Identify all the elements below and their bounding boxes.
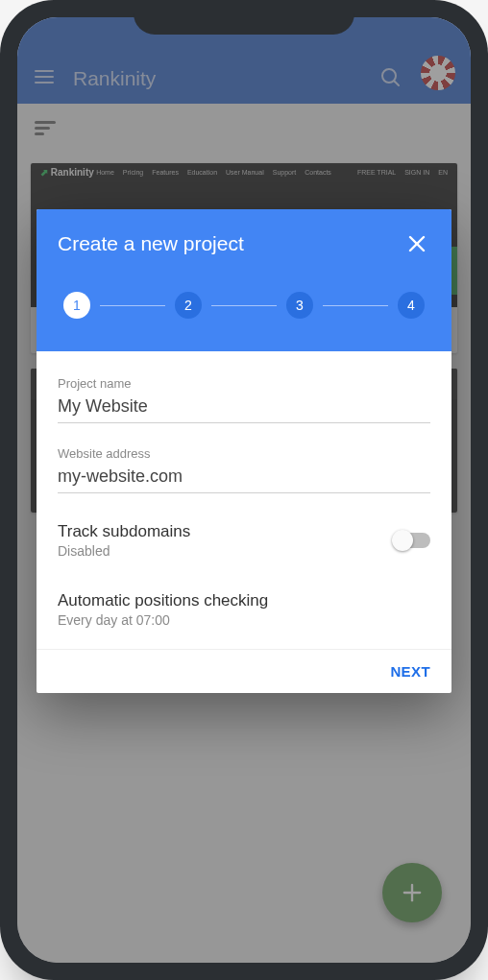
screen: Rankinity Rankinity Home Pricing Feature… [17, 17, 471, 963]
next-button[interactable]: NEXT [390, 663, 430, 680]
create-project-dialog: Create a new project 1 2 3 4 Pr [37, 209, 451, 693]
track-subdomains-title: Track subdomains [58, 522, 190, 541]
dialog-header: Create a new project 1 2 3 4 [37, 209, 451, 351]
phone-frame: Rankinity Rankinity Home Pricing Feature… [0, 0, 488, 980]
track-subdomains-status: Disabled [58, 543, 190, 559]
step-2[interactable]: 2 [175, 292, 202, 319]
dialog-close-button[interactable] [403, 230, 430, 257]
step-connector [100, 305, 165, 306]
project-name-input[interactable] [58, 394, 430, 423]
step-connector [323, 305, 388, 306]
close-icon [405, 232, 428, 255]
stepper: 1 2 3 4 [58, 292, 430, 319]
step-1[interactable]: 1 [63, 292, 90, 319]
project-name-label: Project name [58, 376, 430, 391]
step-3[interactable]: 3 [286, 292, 313, 319]
step-connector [211, 305, 277, 306]
website-address-field: Website address [58, 446, 430, 493]
dialog-body: Project name Website address Track subdo… [37, 351, 451, 649]
auto-check-title: Automatic positions checking [58, 591, 430, 610]
website-address-input[interactable] [58, 465, 430, 493]
dialog-title: Create a new project [58, 232, 244, 255]
dialog-actions: NEXT [37, 649, 451, 693]
toggle-knob [392, 530, 413, 551]
phone-notch [134, 0, 354, 35]
auto-check-row[interactable]: Automatic positions checking Every day a… [58, 586, 430, 641]
track-subdomains-row[interactable]: Track subdomains Disabled [58, 516, 430, 572]
auto-check-status: Every day at 07:00 [58, 612, 430, 628]
step-4[interactable]: 4 [398, 292, 425, 319]
website-address-label: Website address [58, 446, 430, 461]
project-name-field: Project name [58, 376, 430, 423]
track-subdomains-toggle[interactable] [394, 533, 430, 548]
